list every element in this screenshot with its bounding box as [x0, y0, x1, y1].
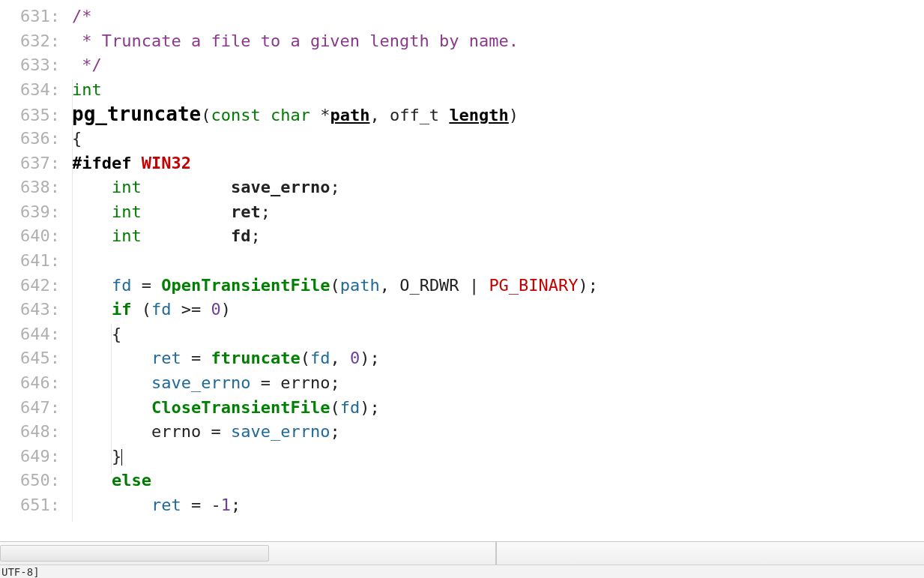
code-token: ret [231, 202, 261, 221]
horizontal-scrollbar-thumb[interactable] [0, 545, 269, 562]
line-number: 650: [0, 469, 66, 493]
line-number: 645: [0, 346, 66, 371]
code-token: #ifdef [72, 154, 131, 172]
code-content[interactable]: { [66, 322, 121, 347]
code-line[interactable]: 639: int ret; [0, 200, 924, 225]
line-number: 634: [0, 78, 66, 103]
horizontal-scrollbar-strip [0, 541, 924, 565]
code-content[interactable]: * Truncate a file to a given length by n… [66, 29, 519, 54]
code-area[interactable]: 631:/*632: * Truncate a file to a given … [0, 0, 924, 517]
text-cursor [121, 449, 122, 466]
code-token: ) [509, 106, 519, 124]
code-line[interactable]: 647: CloseTransientFile(fd); [0, 396, 924, 421]
code-content[interactable]: int ret; [66, 200, 271, 225]
code-token: | [469, 276, 479, 295]
code-content[interactable]: /* [66, 4, 92, 29]
code-line[interactable]: 645: ret = ftruncate(fd, 0); [0, 346, 924, 371]
code-token: int [72, 80, 102, 99]
code-token: = [211, 422, 220, 441]
code-token [131, 300, 141, 319]
code-token [201, 496, 211, 514]
code-content[interactable]: save_errno = errno; [66, 371, 340, 396]
code-token: 0 [211, 300, 220, 319]
code-content[interactable]: if (fd >= 0) [66, 298, 231, 322]
code-line[interactable]: 631:/* [0, 4, 924, 29]
code-token [72, 202, 112, 221]
code-content[interactable]: errno = save_errno; [66, 420, 340, 445]
code-token: save_errno [231, 178, 330, 196]
code-token [221, 422, 231, 441]
code-token [439, 106, 449, 124]
code-token [142, 202, 231, 221]
code-token: - [211, 496, 220, 514]
line-number: 638: [0, 175, 66, 200]
line-number: 637: [0, 151, 66, 176]
code-token [181, 349, 191, 367]
code-token: int [112, 202, 142, 221]
code-token: ( [330, 398, 339, 417]
code-line[interactable]: 635:pg_truncate(const char *path, off_t … [0, 102, 924, 127]
line-number: 640: [0, 224, 66, 249]
code-token [72, 276, 112, 295]
code-token: path [340, 276, 380, 295]
code-token [250, 373, 260, 392]
code-line[interactable]: 636:{ [0, 127, 924, 151]
code-token: ; [330, 422, 339, 441]
code-line[interactable]: 633: */ [0, 53, 924, 78]
code-token: WIN32 [142, 154, 191, 172]
code-line[interactable]: 638: int save_errno; [0, 175, 924, 200]
code-token: errno [280, 373, 330, 392]
code-line[interactable]: 642: fd = OpenTransientFile(path, O_RDWR… [0, 274, 924, 298]
code-token: /* [72, 7, 92, 25]
code-line[interactable]: 648: errno = save_errno; [0, 420, 924, 445]
code-content[interactable]: ret = ftruncate(fd, 0); [66, 346, 380, 371]
code-token: ( [142, 300, 151, 319]
code-token [72, 471, 112, 490]
code-line[interactable]: 640: int fd; [0, 224, 924, 249]
code-line[interactable]: 651: ret = -1; [0, 493, 924, 518]
code-line[interactable]: 632: * Truncate a file to a given length… [0, 29, 924, 54]
code-content[interactable]: int fd; [66, 224, 261, 249]
code-token [201, 300, 211, 319]
code-line[interactable]: 634:int [0, 78, 924, 103]
code-token: CloseTransientFile [151, 398, 330, 417]
code-content[interactable]: fd = OpenTransientFile(path, O_RDWR | PG… [66, 274, 598, 298]
code-token: ret [151, 496, 181, 514]
code-content[interactable]: ret = -1; [66, 493, 241, 518]
code-content[interactable]: { [66, 127, 82, 151]
code-line[interactable]: 637:#ifdef WIN32 [0, 151, 924, 176]
code-line[interactable]: 644: { [0, 322, 924, 347]
code-line[interactable]: 650: else [0, 469, 924, 493]
code-token: 0 [350, 349, 360, 367]
code-content[interactable]: */ [66, 53, 102, 78]
code-token [261, 106, 271, 124]
code-line[interactable]: 649: } [0, 445, 924, 469]
code-token: , [380, 276, 390, 295]
code-token: PG_BINARY [489, 276, 578, 295]
code-token: ; [261, 202, 271, 221]
code-content[interactable]: pg_truncate(const char *path, off_t leng… [66, 102, 519, 128]
code-content[interactable]: #ifdef WIN32 [66, 151, 191, 176]
horizontal-scrollbar[interactable] [0, 542, 496, 565]
code-token: pg_truncate [72, 103, 201, 125]
code-line[interactable]: 646: save_errno = errno; [0, 371, 924, 396]
code-token: fd [340, 398, 360, 417]
code-token: length [449, 106, 508, 124]
code-editor[interactable]: 631:/*632: * Truncate a file to a given … [0, 0, 924, 541]
code-token: } [112, 447, 121, 466]
code-line[interactable]: 643: if (fd >= 0) [0, 298, 924, 322]
code-content[interactable]: int save_errno; [66, 175, 340, 200]
line-number: 642: [0, 274, 66, 298]
code-content[interactable]: else [66, 469, 151, 493]
code-token [72, 178, 112, 196]
code-token: ; [250, 226, 260, 245]
code-content[interactable]: } [66, 445, 122, 469]
code-token: else [112, 471, 151, 490]
line-number: 644: [0, 322, 66, 347]
code-line[interactable]: 641: [0, 249, 924, 274]
code-token: OpenTransientFile [161, 276, 330, 295]
code-token [131, 154, 141, 172]
code-token [151, 276, 161, 295]
code-token: ret [151, 349, 181, 367]
code-content[interactable]: CloseTransientFile(fd); [66, 396, 380, 421]
